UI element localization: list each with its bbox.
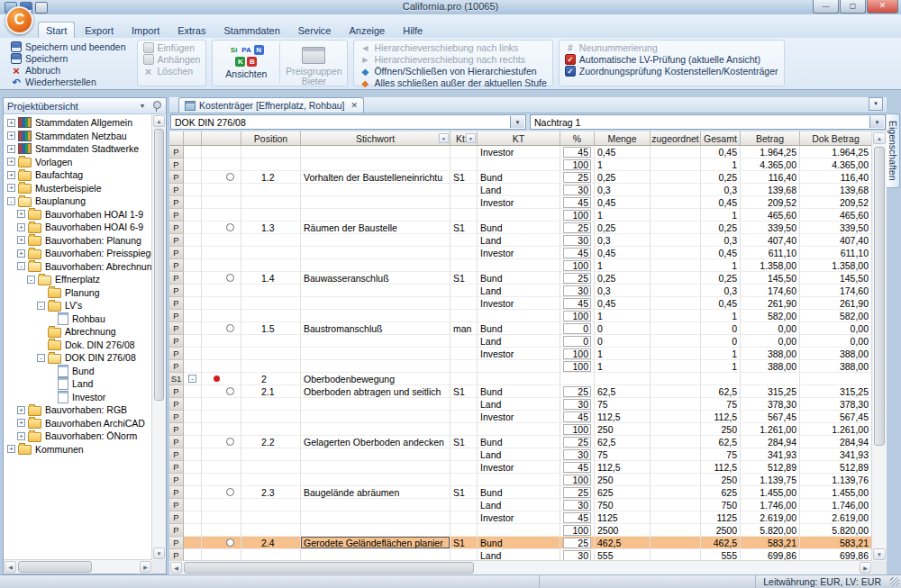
ribbon-item-wiederherstellen[interactable]: Wiederherstellen [11, 77, 126, 87]
grid-cell[interactable]: 1.139,75 [741, 474, 800, 486]
grid-cell[interactable] [478, 360, 560, 373]
grid-cell[interactable] [651, 171, 701, 184]
col-header-blank[interactable] [202, 131, 241, 146]
grid-cell[interactable]: 582,00 [741, 310, 800, 322]
grid-cell[interactable]: 611,10 [741, 247, 800, 259]
grid-row[interactable]: P100250025005.820,005.820,00 [169, 524, 872, 537]
collapse-icon[interactable]: - [37, 354, 45, 362]
grid-cell[interactable]: 611,10 [800, 247, 872, 259]
grid-cell[interactable]: 339,50 [800, 222, 872, 234]
tree-item-bauvorhaben-planung[interactable]: +Bauvorhaben: Planung [5, 234, 152, 248]
grid-cell[interactable]: Investor [478, 348, 560, 360]
percent-value[interactable]: 30 [563, 185, 591, 195]
grid-cell[interactable] [241, 474, 301, 486]
grid-cell[interactable]: 1125 [701, 511, 741, 524]
grid-cell[interactable]: 388,00 [741, 348, 800, 360]
minimize-button[interactable]: — [813, 0, 839, 14]
grid-cell[interactable]: 116,40 [800, 171, 872, 184]
grid-cell[interactable] [651, 184, 701, 196]
percent-value[interactable]: 100 [563, 361, 591, 372]
grid-row[interactable]: S1-2Oberbodenbewegung [169, 373, 872, 385]
grid-cell[interactable]: 75 [701, 398, 741, 411]
grid-cell[interactable] [301, 461, 450, 474]
tab-eigenschaften[interactable]: Eigenschaften [887, 113, 900, 188]
col-header-kts[interactable]: KtS▼ [450, 131, 478, 146]
grid-cell[interactable]: 30 [560, 234, 595, 247]
collapse-icon[interactable]: - [7, 197, 15, 205]
grid-cell[interactable]: 100 [560, 360, 595, 373]
tree-item-effnerplatz[interactable]: -Effnerplatz [5, 273, 152, 286]
scrollbar-thumb[interactable] [154, 129, 164, 401]
grid-cell[interactable]: 0,45 [701, 196, 741, 209]
grid-cell[interactable]: 4.365,00 [800, 158, 872, 171]
grid-cell[interactable]: 284,94 [741, 436, 800, 448]
scroll-up-icon[interactable]: ▲ [873, 132, 886, 144]
grid-cell[interactable]: Gelagerten Oberboden andecken [301, 436, 450, 448]
grid-cell[interactable] [651, 373, 701, 385]
grid-cell[interactable] [301, 196, 450, 209]
grid-cell[interactable]: S1 [450, 486, 478, 499]
ribbon-item-abbruch[interactable]: Abbruch [11, 65, 126, 76]
percent-value[interactable]: 45 [563, 462, 591, 473]
grid-cell[interactable] [450, 335, 478, 348]
grid-cell[interactable]: Bund [478, 486, 560, 499]
grid-cell[interactable]: Land [478, 234, 560, 247]
grid-cell[interactable]: 0,3 [595, 234, 651, 247]
grid-cell[interactable]: Räumen der Baustelle [301, 222, 450, 234]
grid-cell[interactable]: 625 [595, 486, 651, 499]
grid-cell[interactable]: 1 [701, 259, 741, 272]
expand-icon[interactable]: + [17, 406, 25, 414]
grid-row[interactable]: P2.3Baugelände abräumenS1Bund256256251.4… [169, 486, 872, 499]
scroll-left-icon[interactable]: ◀ [5, 561, 16, 573]
grid-cell[interactable]: 139,68 [741, 184, 800, 196]
sidebar-horizontal-scrollbar[interactable]: ◀ ▶ [4, 559, 152, 574]
grid-cell[interactable]: 750 [701, 499, 741, 511]
grid-cell[interactable]: 583,21 [800, 537, 872, 549]
grid-cell[interactable] [478, 209, 560, 222]
grid-cell[interactable] [651, 196, 701, 209]
grid-row[interactable]: PLand0000,000,00 [169, 335, 872, 348]
grid-cell[interactable]: 465,60 [741, 209, 800, 222]
grid-cell[interactable]: 388,00 [800, 348, 872, 360]
grid-cell[interactable]: 100 [560, 524, 595, 537]
grid-cell[interactable] [301, 310, 450, 322]
grid-cell[interactable] [450, 348, 478, 360]
grid-cell[interactable]: 1 [595, 360, 651, 373]
col-header-dok-betrag[interactable]: Dok Betrag [800, 131, 872, 146]
grid-cell[interactable]: Baustromanschluß [301, 322, 450, 335]
expand-icon[interactable]: + [7, 145, 15, 153]
grid-cell[interactable]: 62,5 [701, 385, 741, 398]
grid-cell[interactable] [450, 423, 478, 436]
ribbon-item-zuordnungsprufung-kostenstellen-kostentrager[interactable]: Zuordnungsprüfung Kostenstellen/Kostentr… [565, 66, 778, 77]
menu-tab-export[interactable]: Export [77, 22, 122, 38]
grid-cell[interactable]: 75 [701, 448, 741, 461]
percent-value[interactable]: 100 [563, 260, 591, 271]
grid-cell[interactable]: 5.820,00 [800, 524, 872, 537]
tree-item-dok-din-276-08[interactable]: Dok. DIN 276/08 [5, 339, 152, 352]
expand-icon[interactable]: + [17, 249, 25, 258]
percent-value[interactable]: 45 [563, 412, 591, 422]
grid-cell[interactable]: 0,45 [701, 297, 741, 310]
tree-item-baufachtag[interactable]: +Baufachtag [5, 168, 152, 182]
grid-cell[interactable]: 250 [701, 474, 741, 486]
grid-cell[interactable]: 25 [560, 537, 595, 549]
grid-cell[interactable]: 0,3 [701, 234, 741, 247]
tree-item-land[interactable]: Land [5, 377, 152, 391]
grid-cell[interactable]: 0,45 [595, 146, 651, 158]
grid-row[interactable]: P100114.365,004.365,00 [169, 158, 872, 171]
grid-cell[interactable]: 582,00 [800, 310, 872, 322]
percent-value[interactable]: 25 [563, 437, 591, 448]
grid-cell[interactable]: 315,25 [800, 385, 872, 398]
tree-item-stammdaten-netzbau[interactable]: +Stammdaten Netzbau [5, 130, 152, 143]
grid-cell[interactable] [241, 335, 301, 348]
app-menu-button[interactable]: C [5, 6, 33, 34]
tree-item-stammdaten-allgemein[interactable]: +Stammdaten Allgemein [5, 116, 152, 130]
grid-cell[interactable]: 0,25 [595, 171, 651, 184]
grid-cell[interactable] [301, 259, 450, 272]
grid-cell[interactable]: 0,45 [595, 297, 651, 310]
grid-cell[interactable]: 0,45 [701, 146, 741, 158]
grid-cell[interactable]: Land [478, 398, 560, 411]
grid-cell[interactable]: 1.455,00 [800, 486, 872, 499]
grid-cell[interactable]: 388,00 [800, 360, 872, 373]
grid-row[interactable]: PInvestor450,450,45611,10611,10 [169, 247, 872, 259]
